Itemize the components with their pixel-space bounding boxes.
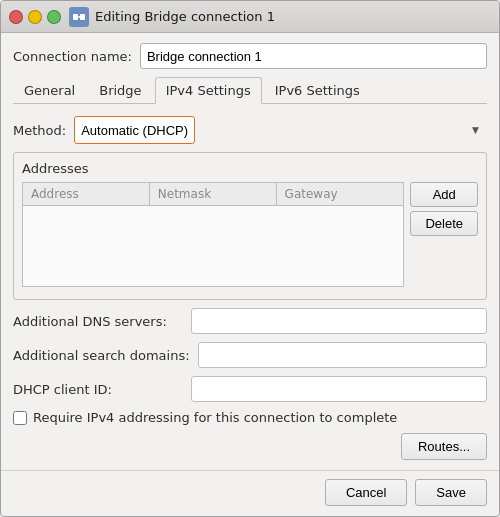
- cancel-button[interactable]: Cancel: [325, 479, 407, 506]
- bottom-buttons: Cancel Save: [1, 470, 499, 516]
- titlebar-buttons: [9, 10, 61, 24]
- search-domains-row: Additional search domains:: [13, 342, 487, 368]
- tab-general[interactable]: General: [13, 77, 86, 103]
- close-button[interactable]: [9, 10, 23, 24]
- routes-row: Routes...: [13, 433, 487, 460]
- svg-rect-0: [73, 14, 78, 20]
- method-row: Method: Automatic (DHCP): [13, 116, 487, 144]
- minimize-button[interactable]: [28, 10, 42, 24]
- gateway-column-header: Gateway: [277, 183, 404, 205]
- add-address-button[interactable]: Add: [410, 182, 478, 207]
- delete-address-button[interactable]: Delete: [410, 211, 478, 236]
- dhcp-client-id-row: DHCP client ID:: [13, 376, 487, 402]
- method-select[interactable]: Automatic (DHCP): [74, 116, 195, 144]
- require-ipv4-row: Require IPv4 addressing for this connect…: [13, 410, 487, 425]
- routes-button[interactable]: Routes...: [401, 433, 487, 460]
- svg-rect-1: [80, 14, 85, 20]
- addresses-table: Address Netmask Gateway: [22, 182, 404, 287]
- titlebar: Editing Bridge connection 1: [1, 1, 499, 33]
- connection-name-input[interactable]: [140, 43, 487, 69]
- addresses-table-body: [23, 206, 403, 286]
- addresses-buttons: Add Delete: [410, 182, 478, 287]
- method-label: Method:: [13, 123, 66, 138]
- save-button[interactable]: Save: [415, 479, 487, 506]
- dhcp-client-id-label: DHCP client ID:: [13, 382, 183, 397]
- addresses-label: Addresses: [22, 161, 478, 176]
- dhcp-client-id-input[interactable]: [191, 376, 487, 402]
- dialog-content: Connection name: General Bridge IPv4 Set…: [1, 33, 499, 470]
- dns-servers-label: Additional DNS servers:: [13, 314, 183, 329]
- search-domains-label: Additional search domains:: [13, 348, 190, 363]
- tabs-bar: General Bridge IPv4 Settings IPv6 Settin…: [13, 77, 487, 104]
- tab-ipv4-settings[interactable]: IPv4 Settings: [155, 77, 262, 104]
- addresses-section: Addresses Address Netmask Gateway Add De…: [13, 152, 487, 300]
- tab-content-ipv4: Method: Automatic (DHCP) Addresses Addre…: [13, 112, 487, 460]
- dns-servers-input[interactable]: [191, 308, 487, 334]
- require-ipv4-checkbox[interactable]: [13, 411, 27, 425]
- window-icon: [69, 7, 89, 27]
- connection-name-row: Connection name:: [13, 43, 487, 69]
- addresses-inner: Address Netmask Gateway Add Delete: [22, 182, 478, 287]
- require-ipv4-label: Require IPv4 addressing for this connect…: [33, 410, 397, 425]
- addresses-table-header: Address Netmask Gateway: [23, 183, 403, 206]
- address-column-header: Address: [23, 183, 150, 205]
- tab-bridge[interactable]: Bridge: [88, 77, 152, 103]
- connection-name-label: Connection name:: [13, 49, 132, 64]
- window-title: Editing Bridge connection 1: [95, 9, 275, 24]
- dns-servers-row: Additional DNS servers:: [13, 308, 487, 334]
- maximize-button[interactable]: [47, 10, 61, 24]
- netmask-column-header: Netmask: [150, 183, 277, 205]
- main-window: Editing Bridge connection 1 Connection n…: [0, 0, 500, 517]
- tab-ipv6-settings[interactable]: IPv6 Settings: [264, 77, 371, 103]
- method-select-wrapper: Automatic (DHCP): [74, 116, 487, 144]
- search-domains-input[interactable]: [198, 342, 487, 368]
